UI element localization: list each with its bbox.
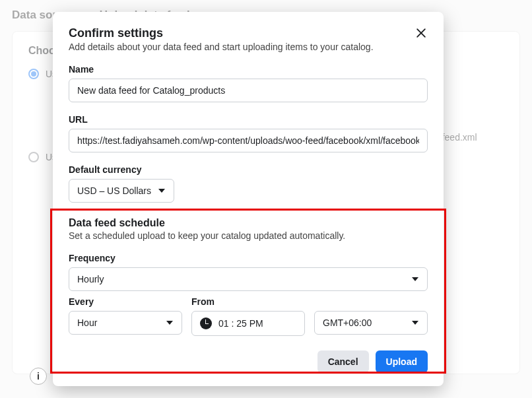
frequency-label: Frequency <box>69 253 428 263</box>
close-icon[interactable] <box>415 26 428 40</box>
timezone-value: GMT+06:00 <box>323 317 372 328</box>
name-label: Name <box>69 64 428 75</box>
currency-select[interactable]: USD – US Dollars <box>69 179 174 203</box>
every-label: Every <box>69 296 182 307</box>
modal-actions: Cancel Upload <box>69 350 428 373</box>
currency-value: USD – US Dollars <box>77 185 151 196</box>
cancel-button[interactable]: Cancel <box>317 350 369 373</box>
time-value: 01 : 25 PM <box>218 318 263 329</box>
tz-spacer <box>314 296 428 307</box>
name-input[interactable] <box>69 79 428 102</box>
every-select[interactable]: Hour <box>69 311 182 335</box>
currency-label: Default currency <box>69 164 428 175</box>
chevron-down-icon <box>158 187 166 195</box>
modal-subtitle: Add details about your data feed and sta… <box>69 42 374 52</box>
clock-icon <box>200 317 212 329</box>
help-icon[interactable]: i <box>30 368 47 385</box>
schedule-subtitle: Set a scheduled upload to keep your cata… <box>69 230 428 241</box>
time-field[interactable]: 01 : 25 PM <box>191 311 305 336</box>
timezone-select[interactable]: GMT+06:00 <box>314 311 428 335</box>
chevron-down-icon <box>166 319 174 327</box>
from-label: From <box>191 296 305 307</box>
chevron-down-icon <box>411 319 419 327</box>
confirm-settings-modal: Confirm settings Add details about your … <box>53 12 444 386</box>
chevron-down-icon <box>411 275 419 283</box>
url-label: URL <box>69 114 428 125</box>
frequency-select[interactable]: Hourly <box>69 267 428 291</box>
upload-button[interactable]: Upload <box>376 350 428 373</box>
url-input[interactable] <box>69 129 428 152</box>
schedule-title: Data feed schedule <box>69 217 428 229</box>
frequency-value: Hourly <box>77 274 104 284</box>
schedule-section: Data feed schedule Set a scheduled uploa… <box>69 217 428 336</box>
modal-title: Confirm settings <box>69 26 374 40</box>
every-value: Hour <box>77 317 97 328</box>
